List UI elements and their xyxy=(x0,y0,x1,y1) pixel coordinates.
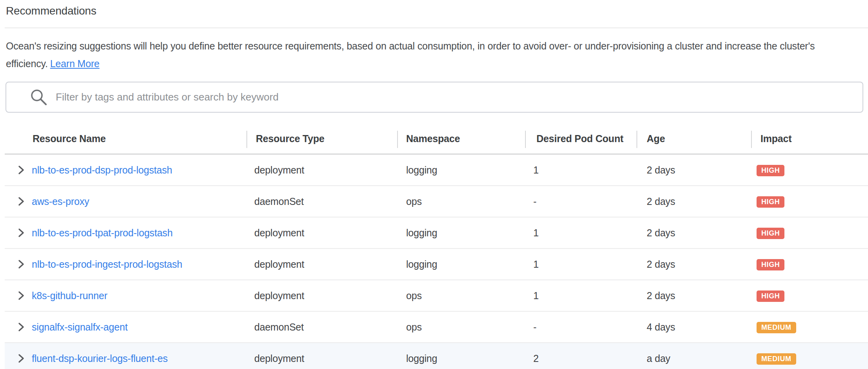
column-header-resource-name[interactable]: Resource Name xyxy=(5,124,246,153)
impact-badge: HIGH xyxy=(757,290,784,302)
page-description: Ocean's resizing suggestions will help y… xyxy=(6,37,862,73)
namespace-cell: logging xyxy=(397,164,525,176)
impact-badge: MEDIUM xyxy=(757,353,796,365)
table-row[interactable]: nlb-to-es-prod-ingest-prod-logstash depl… xyxy=(5,249,868,280)
desired-pod-count-cell: - xyxy=(525,196,636,207)
desired-pod-count-cell: 1 xyxy=(525,227,636,239)
column-header-namespace[interactable]: Namespace xyxy=(397,124,525,153)
chevron-right-icon[interactable] xyxy=(16,353,27,364)
impact-badge: HIGH xyxy=(757,228,784,239)
column-header-age[interactable]: Age xyxy=(636,124,751,153)
desired-pod-count-cell: - xyxy=(525,322,636,333)
resource-name-link[interactable]: aws-es-proxy xyxy=(32,196,89,207)
learn-more-link[interactable]: Learn More xyxy=(50,58,100,69)
resource-name-cell: aws-es-proxy xyxy=(5,196,246,207)
resource-type-cell: daemonSet xyxy=(246,196,397,207)
impact-badge: MEDIUM xyxy=(757,322,796,333)
resource-name-link[interactable]: fluent-dsp-kourier-logs-fluent-es xyxy=(32,353,168,364)
description-text: Ocean's resizing suggestions will help y… xyxy=(6,40,815,69)
impact-badge: HIGH xyxy=(757,165,784,176)
filter-search-input[interactable] xyxy=(56,82,863,112)
recommendations-table: Resource Name Resource Type Namespace De… xyxy=(5,124,868,369)
table-body: nlb-to-es-prod-dsp-prod-logstash deploym… xyxy=(5,155,868,369)
namespace-cell: logging xyxy=(397,259,525,270)
namespace-cell: ops xyxy=(397,196,525,207)
column-header-desired-pod-count[interactable]: Desired Pod Count xyxy=(525,124,636,153)
chevron-right-icon[interactable] xyxy=(16,259,27,270)
resource-type-cell: deployment xyxy=(246,353,397,364)
resource-name-link[interactable]: signalfx-signalfx-agent xyxy=(32,322,128,333)
resource-name-cell: nlb-to-es-prod-tpat-prod-logstash xyxy=(5,227,246,239)
column-header-impact[interactable]: Impact xyxy=(751,124,868,153)
impact-cell: MEDIUM xyxy=(751,321,868,333)
impact-cell: HIGH xyxy=(751,195,868,208)
impact-cell: HIGH xyxy=(751,258,868,270)
impact-cell: HIGH xyxy=(751,289,868,302)
desired-pod-count-cell: 1 xyxy=(525,164,636,176)
namespace-cell: ops xyxy=(397,290,525,301)
resource-name-link[interactable]: nlb-to-es-prod-tpat-prod-logstash xyxy=(32,227,173,239)
resource-name-cell: signalfx-signalfx-agent xyxy=(5,322,246,333)
resource-type-cell: deployment xyxy=(246,227,397,239)
recommendations-page: Recommendations Ocean's resizing suggest… xyxy=(0,5,868,369)
desired-pod-count-cell: 1 xyxy=(525,259,636,270)
age-cell: a day xyxy=(636,353,751,364)
age-cell: 2 days xyxy=(636,259,751,270)
table-row[interactable]: nlb-to-es-prod-dsp-prod-logstash deploym… xyxy=(5,155,868,186)
age-cell: 2 days xyxy=(636,196,751,207)
desired-pod-count-cell: 1 xyxy=(525,290,636,301)
table-row[interactable]: signalfx-signalfx-agent daemonSet ops - … xyxy=(5,312,868,343)
resource-type-cell: deployment xyxy=(246,290,397,301)
resource-name-cell: nlb-to-es-prod-dsp-prod-logstash xyxy=(5,164,246,176)
impact-cell: MEDIUM xyxy=(751,352,868,365)
table-row[interactable]: nlb-to-es-prod-tpat-prod-logstash deploy… xyxy=(5,217,868,249)
impact-badge: HIGH xyxy=(757,196,784,208)
namespace-cell: ops xyxy=(397,322,525,333)
column-header-resource-type[interactable]: Resource Type xyxy=(246,124,397,153)
resource-name-link[interactable]: nlb-to-es-prod-ingest-prod-logstash xyxy=(32,259,182,270)
table-row[interactable]: k8s-github-runner deployment ops 1 2 day… xyxy=(5,280,868,312)
table-row[interactable]: aws-es-proxy daemonSet ops - 2 days HIGH xyxy=(5,186,868,217)
desired-pod-count-cell: 2 xyxy=(525,353,636,364)
page-title: Recommendations xyxy=(6,5,868,17)
table-row[interactable]: fluent-dsp-kourier-logs-fluent-es deploy… xyxy=(5,343,868,369)
chevron-right-icon[interactable] xyxy=(16,227,27,238)
impact-badge: HIGH xyxy=(757,259,784,270)
impact-cell: HIGH xyxy=(751,227,868,239)
resource-name-link[interactable]: nlb-to-es-prod-dsp-prod-logstash xyxy=(32,164,172,176)
resource-name-link[interactable]: k8s-github-runner xyxy=(32,290,108,301)
namespace-cell: logging xyxy=(397,353,525,364)
filter-search-bar[interactable] xyxy=(5,82,863,113)
namespace-cell: logging xyxy=(397,227,525,239)
search-icon xyxy=(29,88,49,107)
age-cell: 2 days xyxy=(636,290,751,301)
age-cell: 2 days xyxy=(636,227,751,239)
table-header-row: Resource Name Resource Type Namespace De… xyxy=(5,124,868,155)
chevron-right-icon[interactable] xyxy=(16,164,27,175)
title-divider xyxy=(5,27,868,28)
chevron-right-icon[interactable] xyxy=(16,196,27,207)
age-cell: 2 days xyxy=(636,164,751,176)
resource-name-cell: fluent-dsp-kourier-logs-fluent-es xyxy=(5,353,246,364)
chevron-right-icon[interactable] xyxy=(16,290,27,301)
impact-cell: HIGH xyxy=(751,164,868,176)
chevron-right-icon[interactable] xyxy=(16,322,27,332)
resource-type-cell: daemonSet xyxy=(246,322,397,333)
resource-name-cell: k8s-github-runner xyxy=(5,290,246,301)
resource-name-cell: nlb-to-es-prod-ingest-prod-logstash xyxy=(5,259,246,270)
resource-type-cell: deployment xyxy=(246,259,397,270)
resource-type-cell: deployment xyxy=(246,164,397,176)
age-cell: 4 days xyxy=(636,322,751,333)
